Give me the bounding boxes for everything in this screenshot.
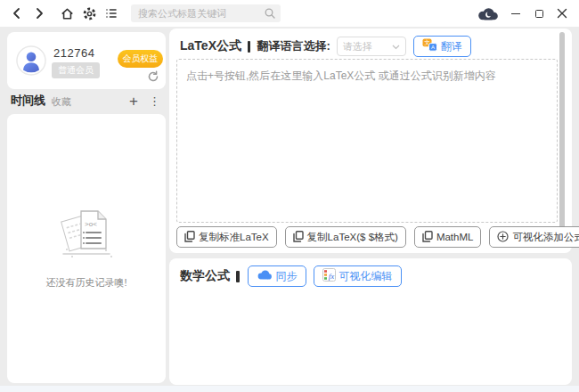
add-icon[interactable]: + [129, 94, 138, 109]
user-id: 212764 [53, 46, 94, 60]
kebab-menu-icon[interactable]: ⋮ [149, 95, 160, 107]
window-bottom-strip [0, 386, 579, 392]
mathml-label: MathML [436, 232, 474, 242]
translate-language-label: 翻译语言选择: [257, 38, 330, 54]
close-button[interactable] [556, 7, 568, 20]
copy-dollar-latex-label: 复制LaTeX($ $格式) [307, 231, 398, 244]
settings-gear-icon[interactable] [81, 5, 97, 21]
titlebar-right-controls [476, 7, 572, 20]
svg-text:A: A [431, 45, 435, 50]
plus-circle-icon [497, 231, 509, 244]
tab-timeline[interactable]: 时间线 [11, 93, 45, 109]
language-select-value: 请选择 [343, 40, 372, 53]
title-divider-bar [248, 41, 251, 53]
vertical-scrollbar[interactable] [559, 32, 565, 242]
latex-editor[interactable]: 点击+号按钮,然后在这里输入LaTeX公式 或通过公式识别新增内容 [176, 59, 558, 223]
language-select[interactable]: 请选择 [337, 37, 406, 56]
refresh-icon[interactable] [147, 70, 159, 86]
visual-edit-button[interactable]: fx 可视化编辑 [314, 265, 402, 287]
translate-button[interactable]: 文 A 翻译 [413, 36, 471, 57]
latex-panel: LaTeX公式 翻译语言选择: 请选择 文 A 翻译 点击+号按钮,然后在这里输… [169, 29, 572, 253]
minimize-button[interactable] [510, 7, 522, 20]
latex-editor-placeholder: 点击+号按钮,然后在这里输入LaTeX公式 或通过公式识别新增内容 [186, 69, 496, 82]
latex-action-row: 复制标准LaTeX 复制LaTeX($ $格式) MathML 可视化添加公式 … [176, 226, 579, 248]
copy-icon [422, 231, 433, 244]
title-divider-bar [236, 271, 240, 282]
translate-icon: 文 A [422, 38, 437, 54]
math-panel: 数学公式 同步 [169, 258, 572, 385]
latex-panel-header: LaTeX公式 翻译语言选择: 请选择 文 A 翻译 [180, 35, 559, 58]
copy-standard-latex-button[interactable]: 复制标准LaTeX [176, 226, 277, 248]
formula-editor-fx-icon: fx [322, 268, 336, 284]
visual-add-formula-label: 可视化添加公式 [512, 231, 579, 244]
chevron-down-icon [392, 41, 400, 52]
sync-button[interactable]: 同步 [248, 265, 306, 287]
maximize-button[interactable] [533, 7, 545, 20]
list-icon[interactable] [103, 5, 119, 21]
user-card: 212764 普通会员 会员权益 [7, 32, 166, 89]
user-avatar[interactable] [16, 45, 46, 76]
cloud-sync-icon [257, 269, 273, 283]
home-icon[interactable] [59, 5, 75, 21]
search-icon [264, 7, 276, 23]
titlebar [0, 0, 579, 27]
back-icon[interactable] [9, 5, 25, 21]
svg-text:fx: fx [328, 272, 334, 281]
forward-icon[interactable] [31, 5, 47, 21]
copy-dollar-latex-button[interactable]: 复制LaTeX($ $格式) [285, 226, 406, 248]
empty-history-message: 还没有历史记录噢! [45, 276, 126, 290]
empty-papers-illustration: >o< [49, 205, 124, 265]
translate-button-label: 翻译 [441, 39, 462, 54]
math-panel-header: 数学公式 同步 [180, 265, 559, 288]
search-input[interactable] [131, 4, 281, 22]
copy-icon [293, 231, 304, 244]
visual-add-formula-button[interactable]: 可视化添加公式 [489, 226, 579, 248]
sync-button-label: 同步 [276, 269, 298, 284]
member-benefits-button[interactable]: 会员权益 [118, 50, 163, 68]
sidebar-tabs: 时间线 收藏 + ⋮ [7, 89, 166, 112]
mathml-button[interactable]: MathML [414, 226, 482, 248]
svg-text:>o<: >o< [85, 220, 97, 228]
tab-favorites[interactable]: 收藏 [52, 95, 71, 109]
latex-section-title: LaTeX公式 [180, 38, 241, 54]
member-level-badge: 普通会员 [52, 62, 100, 78]
math-section-title: 数学公式 [180, 268, 230, 284]
copy-icon [184, 231, 195, 244]
dark-mode-moon-cloud-icon[interactable] [476, 7, 499, 20]
search-box[interactable] [131, 4, 281, 22]
history-panel: >o< 还没有历史记录噢! [7, 114, 166, 383]
visual-edit-button-label: 可视化编辑 [339, 269, 393, 284]
copy-standard-latex-label: 复制标准LaTeX [199, 231, 269, 244]
